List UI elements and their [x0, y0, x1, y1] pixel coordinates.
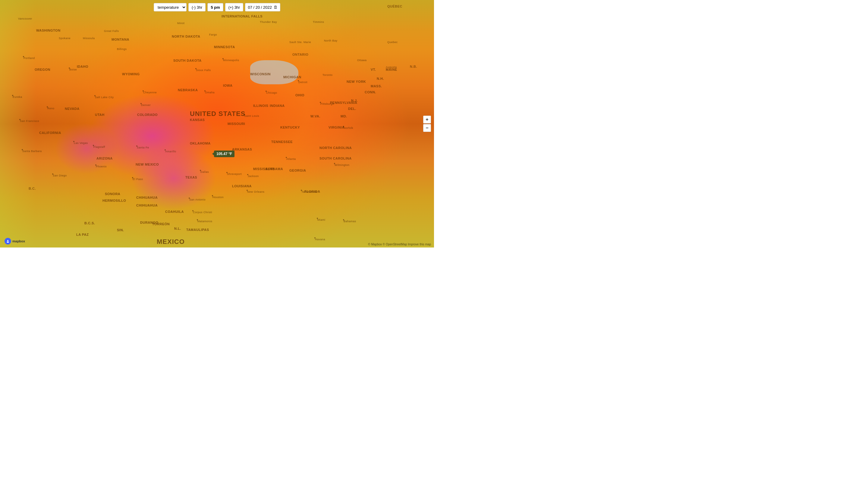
- time-display: 5 pm: [207, 3, 223, 12]
- date-value: 07 / 20 / 2022: [248, 5, 272, 10]
- minus-3hr-button[interactable]: (-) 3hr: [189, 3, 206, 12]
- zoom-controls: + −: [423, 116, 431, 132]
- temperature-tooltip: 105.47 °F: [214, 151, 234, 157]
- attribution-text: © Mapbox © OpenStreetMap Improve this ma…: [368, 243, 431, 246]
- zoom-in-button[interactable]: +: [423, 116, 431, 123]
- map-container[interactable]: United StatesMexicoKANSASWASHINGTONOREGO…: [0, 0, 434, 248]
- mapbox-logo-text: mapbox: [12, 239, 25, 243]
- map-cool-overlay-left: [0, 0, 36, 248]
- attribution: © Mapbox © OpenStreetMap Improve this ma…: [368, 243, 431, 246]
- mapbox-logo[interactable]: mapbox: [4, 238, 25, 244]
- calendar-icon: 🗓: [274, 5, 278, 10]
- zoom-out-button[interactable]: −: [423, 124, 431, 132]
- svg-point-2: [7, 241, 9, 243]
- svg-point-1: [7, 240, 9, 241]
- mapbox-logo-icon: [4, 238, 11, 244]
- mapbox-svg-icon: [6, 239, 10, 243]
- controls-bar: temperature precipitation wind humidity …: [154, 3, 280, 12]
- temperature-value: 105.47 °F: [216, 152, 232, 156]
- great-lakes: [250, 60, 298, 84]
- plus-3hr-button[interactable]: (+) 3hr: [225, 3, 244, 12]
- layer-dropdown[interactable]: temperature precipitation wind humidity …: [154, 3, 186, 12]
- date-display[interactable]: 07 / 20 / 2022 🗓: [245, 3, 280, 12]
